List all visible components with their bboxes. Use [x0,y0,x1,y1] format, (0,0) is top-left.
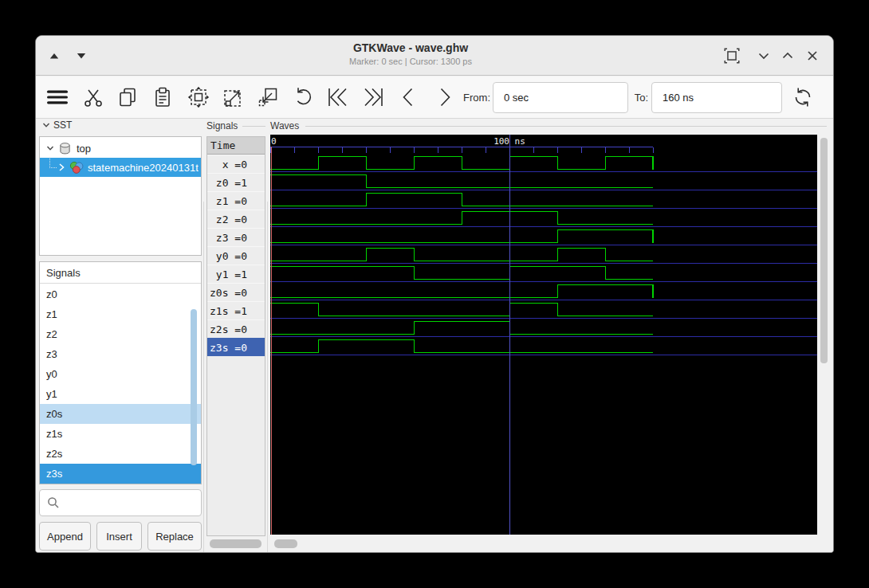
scroll-down-button[interactable] [72,46,91,65]
database-cylinder-icon [59,142,71,155]
go-to-end-button[interactable] [360,84,386,110]
tree-guide-line [49,157,57,168]
scissors-icon [81,85,105,109]
menu-button[interactable] [45,84,70,110]
window-title: GTKWave - wave.ghw [132,41,690,56]
value-row-z0s[interactable]: z0s =0 [207,283,265,301]
tree-item-statemachine-label: statemachine20240131t [88,162,199,174]
tree-item-statemachine[interactable]: statemachine20240131t [40,158,201,177]
chevron-left-icon [397,85,421,109]
next-edge-button[interactable] [431,84,457,110]
signals-list-scrollbar-thumb[interactable] [191,309,197,465]
signal-values-panel: Time x =0 z0 =1 z1 =0 z2 =0 z3 =0 y0 =0 … [206,136,265,536]
close-button[interactable] [803,46,822,65]
fullscreen-icon [722,45,741,66]
chevron-right-icon [432,85,456,109]
value-row-z1[interactable]: z1 =0 [207,191,265,210]
signals-list-item-y0[interactable]: y0 [40,364,201,384]
paste-button[interactable] [150,84,175,110]
zoom-in-button[interactable] [220,84,246,110]
value-row-z2s[interactable]: z2s =0 [207,319,265,338]
zoom-fit-button[interactable] [186,84,211,110]
replace-button[interactable]: Replace [147,522,202,551]
signals-list-item-y1[interactable]: y1 [40,384,201,404]
zoom-out-button[interactable] [255,84,281,110]
toolbar: From: To: [36,76,833,119]
reload-icon [791,85,815,109]
paned-sash-right[interactable] [267,202,268,553]
svg-text:0: 0 [271,136,277,147]
values-frame-line [242,126,265,127]
marker-cursor-status: Marker: 0 sec | Cursor: 1300 ps [132,56,690,67]
cut-button[interactable] [81,84,106,110]
signals-list-item-z3s[interactable]: z3s [40,464,201,484]
waves-vscroll-thumb[interactable] [820,138,828,363]
signal-search-box[interactable] [39,489,202,516]
zoom-in-icon [221,85,245,109]
sst-expander[interactable]: SST [42,120,72,131]
signals-list-item-z1[interactable]: z1 [40,304,201,324]
waveform-svg: 0100 ns [270,135,817,535]
go-to-start-button[interactable] [325,84,351,110]
to-label: To: [634,76,648,118]
waves-frame-line [305,126,827,127]
value-row-z2[interactable]: z2 =0 [207,210,265,228]
values-frame-label: Signals [206,120,238,131]
signals-list-item-z3[interactable]: z3 [40,344,201,364]
from-label: From: [462,76,490,118]
value-row-z3s[interactable]: z3s =0 [207,338,265,356]
signals-list-item-z2s[interactable]: z2s [40,444,201,464]
signals-list-item-z2[interactable]: z2 [40,324,201,344]
skip-to-start-icon [325,85,351,109]
values-rows: x =0 z0 =1 z1 =0 z2 =0 z3 =0 y0 =0 y1 =1… [207,155,265,356]
value-row-y1[interactable]: y1 =1 [207,265,265,283]
from-input[interactable] [493,82,628,113]
insert-button[interactable]: Insert [96,522,142,551]
close-icon [804,47,821,65]
value-row-x[interactable]: x =0 [207,155,265,173]
value-row-z1s[interactable]: z1s =1 [207,301,265,319]
reload-button[interactable] [790,84,816,110]
sst-label: SST [53,120,72,131]
paned-sash-left[interactable] [203,202,204,553]
time-header[interactable]: Time [207,137,265,155]
value-row-z0[interactable]: z0 =1 [207,173,265,191]
values-hscroll-thumb[interactable] [210,539,261,548]
signals-list-item-z0[interactable]: z0 [40,284,201,304]
to-input[interactable] [651,82,782,113]
minimize-button[interactable] [754,46,773,65]
copy-button[interactable] [115,84,140,110]
triangle-down-icon [73,47,90,65]
sst-tree-panel: top statemachine20240131t [39,136,202,256]
hamburger-menu-icon [45,84,70,110]
scroll-up-button[interactable] [45,46,64,65]
undo-button[interactable] [290,84,316,110]
tree-item-top-label: top [77,143,91,155]
tree-item-top[interactable]: top [40,139,201,158]
search-input[interactable] [65,496,195,510]
skip-to-end-icon [360,85,386,109]
signals-list-item-z1s[interactable]: z1s [40,424,201,444]
signals-list-item-z0s[interactable]: z0s [40,404,201,424]
expander-chevron-right-icon[interactable] [57,163,65,172]
chevron-down-icon [755,47,773,65]
value-row-y0[interactable]: y0 =0 [207,246,265,265]
values-hscroll-track[interactable] [206,536,265,551]
chevron-up-icon [779,47,796,65]
gtkwave-window: GTKWave - wave.ghw Marker: 0 sec | Curso… [35,35,834,553]
maximize-button[interactable] [778,46,797,65]
waveform-canvas[interactable]: 0100 ns [270,135,817,535]
titlebar: GTKWave - wave.ghw Marker: 0 sec | Curso… [36,36,833,76]
triangle-up-icon [45,47,63,65]
expander-chevron-icon[interactable] [46,144,54,152]
signals-list-rows: z0z1z2z3y0y1z0sz1sz2sz3s [40,284,201,484]
signals-list-header: Signals [40,262,201,284]
append-button[interactable]: Append [39,522,91,551]
waves-hscroll-thumb[interactable] [274,539,297,548]
undo-arrow-icon [291,85,315,109]
paste-clipboard-icon [151,85,175,109]
fullscreen-button[interactable] [722,46,741,65]
waves-hscroll-track[interactable] [269,536,828,551]
value-row-z3[interactable]: z3 =0 [207,228,265,246]
prev-edge-button[interactable] [396,84,422,110]
